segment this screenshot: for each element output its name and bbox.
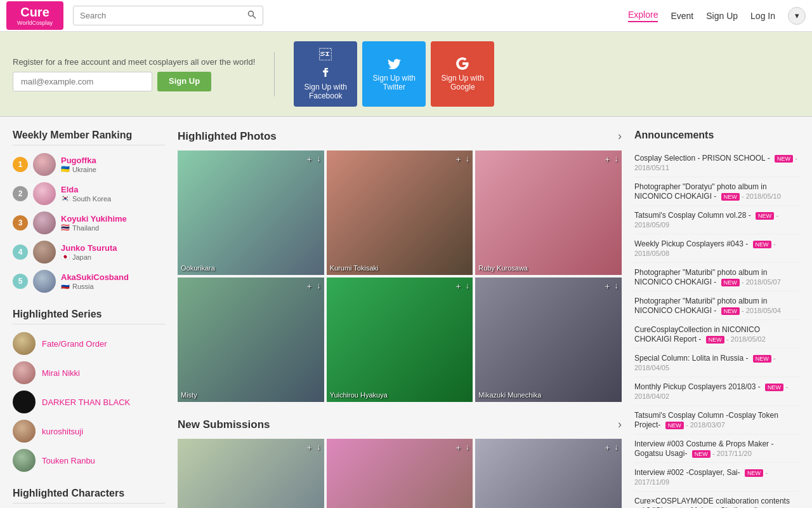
- photo-item[interactable]: ＋ ↓ Mikazuki Munechika: [475, 277, 622, 402]
- photo-item[interactable]: ＋ ↓ Yuichirou Hyakuya: [327, 277, 473, 402]
- announcement-item: Tatsumi's Cosplay Column vol.28 - NEW - …: [634, 206, 799, 234]
- photo-item[interactable]: ＋ ↓ Ruby Kurosawa: [475, 150, 622, 275]
- photo-label: Ruby Kurosawa: [478, 264, 528, 272]
- announcement-item: Cosplay Selection - PRISON SCHOOL - NEW …: [634, 149, 799, 177]
- logo-cure: Cure: [14, 5, 56, 20]
- add-icon[interactable]: ＋: [454, 442, 462, 453]
- twitter-logo-icon: [387, 57, 401, 70]
- new-badge: NEW: [706, 336, 724, 344]
- announcement-link[interactable]: CureCosplayCollection in NICONICO CHOKAI…: [634, 325, 766, 344]
- new-badge: NEW: [753, 355, 771, 363]
- new-submissions-title: New Submissions: [178, 418, 270, 431]
- announcement-date: - 2018/05/04: [742, 307, 781, 314]
- announcement-item: Monthly Pickup Cosplayers 2018/03 - NEW …: [634, 377, 799, 406]
- announcement-link[interactable]: Special Column: Lolita in Russia - NEW -…: [634, 354, 776, 372]
- reg-email-input[interactable]: [13, 72, 152, 91]
- announcement-link[interactable]: Weekly Pickup Cosplayers #043 - NEW - 20…: [634, 239, 776, 258]
- announcement-link[interactable]: Interview #003 Costume & Props Maker -Go…: [634, 439, 773, 458]
- reg-divider: [274, 52, 275, 97]
- signup-facebook-button[interactable]:  Sign Up with Facebook: [294, 41, 357, 107]
- photo-item[interactable]: ＋ ↓ 瀬名泉: [475, 439, 622, 508]
- series-list: Fate/Grand Order Mirai Nikki DARKER THAN…: [13, 332, 165, 472]
- series-thumb: [13, 332, 36, 355]
- download-icon[interactable]: ↓: [466, 154, 470, 165]
- add-icon[interactable]: ＋: [454, 281, 462, 292]
- photo-actions: ＋ ↓: [305, 281, 321, 292]
- add-icon[interactable]: ＋: [603, 154, 612, 165]
- new-badge: NEW: [775, 155, 793, 163]
- rank-info: Pugoffka 🇺🇦Ukraine: [61, 156, 96, 173]
- series-name[interactable]: DARKER THAN BLACK: [42, 398, 130, 407]
- series-thumb: [13, 391, 36, 413]
- announcement-link[interactable]: Tatsumi's Cosplay Column -Cosplay Token …: [634, 411, 778, 429]
- photo-item[interactable]: ＋ ↓ Bort: [327, 439, 473, 508]
- download-icon[interactable]: ↓: [466, 442, 470, 453]
- nav-login[interactable]: Log In: [750, 11, 775, 21]
- facebook-btn-label: Sign Up with Facebook: [303, 83, 348, 100]
- series-name[interactable]: Mirai Nikki: [42, 368, 80, 378]
- ranking-item: 3 Koyuki Yukihime 🇹🇭Thailand: [13, 211, 165, 234]
- search-input[interactable]: [74, 7, 241, 24]
- rank-name[interactable]: Elda: [61, 185, 111, 194]
- series-item: kuroshitsuji: [13, 420, 165, 443]
- main-content: Weekly Member Ranking 1 Pugoffka 🇺🇦Ukrai…: [0, 117, 812, 508]
- social-signup-buttons:  Sign Up with Facebook Sign Up with Twi…: [294, 41, 494, 107]
- rank-name[interactable]: Koyuki Yukihime: [61, 214, 127, 224]
- announcement-link[interactable]: Photographer "Maturibi" photo album in N…: [634, 297, 781, 315]
- nav-signup[interactable]: Sign Up: [706, 11, 738, 21]
- download-icon[interactable]: ↓: [615, 442, 619, 453]
- series-item: Touken Ranbu: [13, 449, 165, 472]
- photo-item[interactable]: ＋ ↓ Ookurikara: [178, 150, 324, 275]
- announcement-link[interactable]: Cosplay Selection - PRISON SCHOOL - NEW …: [634, 154, 797, 172]
- series-name[interactable]: Touken Ranbu: [42, 456, 95, 465]
- download-icon[interactable]: ↓: [317, 281, 321, 292]
- add-icon[interactable]: ＋: [305, 442, 313, 453]
- highlighted-photos-see-more[interactable]: ›: [618, 130, 622, 143]
- announcement-link[interactable]: Tatsumi's Cosplay Column vol.28 - NEW - …: [634, 211, 778, 229]
- download-icon[interactable]: ↓: [317, 442, 321, 453]
- rank-name[interactable]: Pugoffka: [61, 156, 96, 165]
- photo-item[interactable]: ＋ ↓ Misty: [178, 277, 324, 402]
- download-icon[interactable]: ↓: [615, 154, 619, 165]
- announcement-link[interactable]: Interview #002 -Cosplayer, Sai- NEW - 20…: [634, 468, 768, 486]
- announcement-item: CureCosplayCollection in NICONICO CHOKAI…: [634, 320, 799, 349]
- series-title: Highlighted Series: [13, 309, 165, 324]
- signup-google-button[interactable]: Sign Up with Google: [431, 41, 494, 107]
- announcement-item: Special Column: Lolita in Russia - NEW -…: [634, 349, 799, 377]
- announcement-item: Weekly Pickup Cosplayers #043 - NEW - 20…: [634, 234, 799, 263]
- download-icon[interactable]: ↓: [466, 281, 470, 292]
- add-icon[interactable]: ＋: [603, 442, 612, 453]
- photo-actions: ＋ ↓: [454, 154, 470, 165]
- rank-name[interactable]: AkaSukiCosband: [61, 272, 129, 282]
- search-button[interactable]: [241, 6, 263, 25]
- avatar: [33, 270, 56, 293]
- main-nav: Explore Event Sign Up Log In ▾: [628, 7, 806, 25]
- logo[interactable]: Cure WorldCosplay: [6, 1, 63, 30]
- nav-explore[interactable]: Explore: [628, 10, 658, 22]
- announcement-link[interactable]: Cure×COSPLAYMODE collaboration contents …: [634, 497, 798, 508]
- ranking-item: 2 Elda 🇰🇷South Korea: [13, 182, 165, 205]
- announcement-link[interactable]: Monthly Pickup Cosplayers 2018/03 - NEW …: [634, 382, 788, 401]
- reg-signup-button[interactable]: Sign Up: [157, 72, 211, 91]
- new-submissions-see-more[interactable]: ›: [618, 418, 622, 431]
- signup-twitter-button[interactable]: Sign Up with Twitter: [362, 41, 426, 107]
- series-name[interactable]: kuroshitsuji: [42, 427, 83, 436]
- announcement-item: Interview #003 Costume & Props Maker -Go…: [634, 434, 799, 463]
- series-name[interactable]: Fate/Grand Order: [42, 339, 107, 349]
- photo-item[interactable]: ＋ ↓ Ruiko: [178, 439, 324, 508]
- announcement-link[interactable]: Photographer "Maturibi" photo album in N…: [634, 268, 781, 286]
- download-icon[interactable]: ↓: [317, 154, 321, 165]
- add-icon[interactable]: ＋: [305, 281, 313, 292]
- photo-item[interactable]: ＋ ↓ Kurumi Tokisaki: [327, 150, 473, 275]
- logo-sub: WorldCosplay: [14, 20, 56, 26]
- add-icon[interactable]: ＋: [454, 154, 462, 165]
- nav-event[interactable]: Event: [671, 11, 693, 21]
- photo-actions: ＋ ↓: [603, 154, 619, 165]
- add-icon[interactable]: ＋: [305, 154, 313, 165]
- announcement-link[interactable]: Photographer "Doratyu" photo album in NI…: [634, 182, 781, 201]
- nav-dropdown-button[interactable]: ▾: [788, 7, 806, 25]
- add-icon[interactable]: ＋: [603, 281, 612, 292]
- rank-name[interactable]: Junko Tsuruta: [61, 243, 117, 253]
- highlighted-photos-grid: ＋ ↓ Ookurikara ＋ ↓ Kurumi Tokisaki ＋ ↓ R…: [178, 150, 622, 402]
- download-icon[interactable]: ↓: [615, 281, 619, 292]
